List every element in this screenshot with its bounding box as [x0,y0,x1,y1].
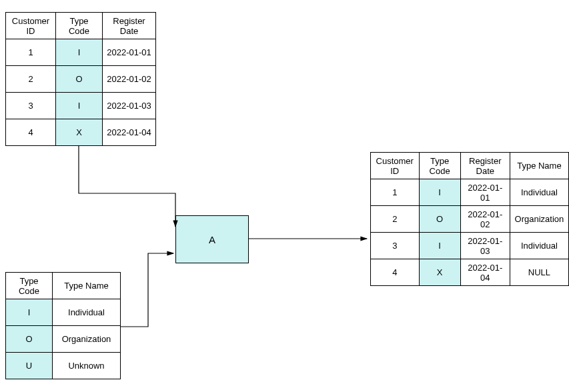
cell: Organization [53,326,121,353]
cell: Individual [510,179,568,206]
cell: Unknown [53,353,121,379]
cell: Individual [510,233,568,259]
cell: 1 [371,179,420,206]
table-row: 2 O 2022-01-02 [6,66,156,93]
table-row: 3 I 2022-01-03 [6,93,156,119]
table-row: 3 I 2022-01-03 Individual [371,233,569,259]
table-row: 1 I 2022-01-01 Individual [371,179,569,206]
cell: 2022-01-03 [460,233,510,259]
col-register-date: RegisterDate [103,13,156,39]
table-row: 2 O 2022-01-02 Organization [371,206,569,233]
cell: 2022-01-01 [103,39,156,66]
col-type-code: Type Code [6,273,53,299]
table-row: 1 I 2022-01-01 [6,39,156,66]
cell: 2 [6,66,56,93]
cell: U [6,353,53,379]
cell: 3 [6,93,56,119]
table-header-row: Customer ID Type Code RegisterDate Type … [371,153,569,179]
cell: X [56,119,103,146]
cell: O [6,326,53,353]
cell: 2022-01-04 [103,119,156,146]
operation-box: A [175,215,249,263]
cell: 2022-01-01 [460,179,510,206]
cell: I [56,93,103,119]
table-row: 4 X 2022-01-04 [6,119,156,146]
cell: I [6,299,53,326]
cell: 1 [6,39,56,66]
cell: 4 [6,119,56,146]
col-type-code: Type Code [419,153,460,179]
output-table: Customer ID Type Code RegisterDate Type … [370,152,569,286]
cell: 2022-01-02 [460,206,510,233]
input-table-customers: Customer ID Type Code RegisterDate 1 I 2… [5,12,156,146]
cell: 2 [371,206,420,233]
col-register-date: RegisterDate [460,153,510,179]
cell: I [419,179,460,206]
table-row: U Unknown [6,353,121,379]
col-customer-id: Customer ID [6,13,56,39]
table-row: O Organization [6,326,121,353]
col-type-name: Type Name [510,153,568,179]
cell: 2022-01-04 [460,259,510,286]
cell: 2022-01-03 [103,93,156,119]
cell: NULL [510,259,568,286]
table-header-row: Customer ID Type Code RegisterDate [6,13,156,39]
cell: O [56,66,103,93]
cell: 3 [371,233,420,259]
col-customer-id: Customer ID [371,153,420,179]
input-table-types: Type Code Type Name I Individual O Organ… [5,272,121,379]
cell: 2022-01-02 [103,66,156,93]
table-row: I Individual [6,299,121,326]
cell: X [419,259,460,286]
cell: I [419,233,460,259]
cell: I [56,39,103,66]
table-header-row: Type Code Type Name [6,273,121,299]
cell: 4 [371,259,420,286]
table-row: 4 X 2022-01-04 NULL [371,259,569,286]
col-type-name: Type Name [53,273,121,299]
cell: Individual [53,299,121,326]
operation-label: A [209,234,215,245]
cell: Organization [510,206,568,233]
col-type-code: Type Code [56,13,103,39]
cell: O [419,206,460,233]
